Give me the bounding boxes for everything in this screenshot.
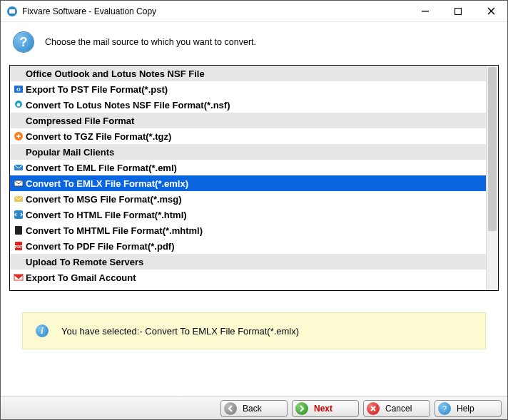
pdf-icon: PDF (13, 240, 24, 252)
list-item-label: Convert To EMLX File Format(*.emlx) (26, 178, 188, 189)
gmail-icon (13, 272, 24, 283)
list-item[interactable]: Convert To EML File Format(*.eml) (10, 160, 486, 175)
list-section-header: Compressed File Format (10, 113, 486, 128)
cancel-label: Cancel (385, 404, 422, 414)
list-item-label: Convert To MSG File Format(*.msg) (26, 194, 182, 205)
list-item[interactable]: Convert To EMLX File Format(*.emlx) (10, 175, 486, 191)
back-label: Back (243, 404, 280, 414)
svg-point-6 (17, 103, 21, 107)
scrollbar[interactable] (486, 66, 498, 290)
pst-icon: O (13, 83, 24, 95)
list-item[interactable]: Export To Gmail Account (10, 270, 486, 285)
list-item[interactable]: Convert To MHTML File Format(*.mhtml) (10, 222, 486, 238)
list-section-header: Popular Mail Clients (10, 144, 486, 160)
format-list[interactable]: Office Outlook and Lotus Notes NSF FileO… (10, 66, 486, 290)
list-section-header: Upload To Remote Servers (10, 254, 486, 270)
eml-icon (13, 162, 24, 173)
list-item-label: Export To Gmail Account (26, 272, 136, 283)
tgz-icon (13, 130, 24, 142)
list-item[interactable]: Convert to TGZ File Format(*.tgz) (10, 128, 486, 144)
msg-icon (13, 193, 24, 205)
list-item-label: Compressed File Format (26, 116, 134, 126)
svg-rect-13 (16, 227, 21, 228)
app-icon (6, 6, 18, 17)
question-icon: ? (14, 32, 34, 52)
info-icon: i (36, 324, 49, 337)
back-arrow-icon (224, 402, 237, 415)
help-label: Help (457, 404, 494, 414)
svg-rect-14 (16, 230, 21, 230)
list-item-label: Office Outlook and Lotus Notes NSF File (26, 68, 205, 79)
wizard-header: ? Choose the mail source to which you wa… (1, 22, 507, 65)
titlebar: Fixvare Software - Evaluation Copy (1, 1, 507, 22)
status-box: i You have selected:- Convert To EMLX Fi… (22, 312, 486, 349)
next-button[interactable]: Next (292, 400, 359, 417)
list-item-label: Popular Mail Clients (26, 147, 114, 158)
list-item[interactable]: Convert To Lotus Notes NSF File Format(*… (10, 97, 486, 113)
html-icon (13, 209, 24, 220)
back-button[interactable]: Back (220, 400, 288, 417)
list-item-label: Upload To Remote Servers (26, 257, 143, 267)
wizard-footer: Back Next Cancel ? Help (1, 396, 507, 419)
close-button[interactable] (474, 1, 507, 22)
list-item-label: Convert To EML File Format(*.eml) (26, 163, 177, 173)
svg-text:PDF: PDF (15, 245, 24, 249)
list-item-label: Convert To PDF File Format(*.pdf) (26, 241, 174, 252)
next-label: Next (314, 404, 351, 414)
svg-rect-15 (16, 232, 21, 232)
emlx-icon (13, 178, 24, 189)
help-icon: ? (438, 402, 451, 415)
cancel-icon (367, 402, 380, 415)
list-item[interactable]: PDFConvert To PDF File Format(*.pdf) (10, 238, 486, 254)
list-section-header: Office Outlook and Lotus Notes NSF File (10, 66, 486, 81)
cancel-button[interactable]: Cancel (363, 400, 430, 417)
next-arrow-icon (295, 402, 308, 415)
format-list-panel: Office Outlook and Lotus Notes NSF FileO… (9, 65, 499, 291)
mhtml-icon (13, 225, 24, 236)
status-text: You have selected:- Convert To EMLX File… (61, 326, 299, 337)
list-item[interactable]: OExport To PST File Format(*.pst) (10, 81, 486, 97)
list-item[interactable]: Convert To MSG File Format(*.msg) (10, 191, 486, 207)
nsf-icon (13, 99, 24, 111)
scrollbar-thumb[interactable] (488, 67, 497, 231)
svg-rect-1 (9, 9, 15, 14)
minimize-button[interactable] (409, 1, 442, 22)
list-item-label: Convert To Lotus Notes NSF File Format(*… (26, 100, 230, 111)
maximize-button[interactable] (442, 1, 474, 22)
list-item-label: Export To PST File Format(*.pst) (26, 84, 168, 95)
svg-text:O: O (16, 87, 21, 92)
svg-rect-3 (455, 8, 462, 14)
list-item-label: Convert To MHTML File Format(*.mhtml) (26, 225, 203, 236)
list-item[interactable]: Convert To HTML File Format(*.html) (10, 207, 486, 222)
wizard-prompt: Choose the mail source to which you want… (45, 37, 256, 47)
help-button[interactable]: ? Help (435, 400, 502, 417)
window-title: Fixvare Software - Evaluation Copy (22, 6, 156, 16)
list-item-label: Convert To HTML File Format(*.html) (26, 210, 187, 220)
svg-rect-2 (422, 11, 429, 11)
window-controls (409, 1, 507, 22)
list-item-label: Convert to TGZ File Format(*.tgz) (26, 131, 171, 142)
